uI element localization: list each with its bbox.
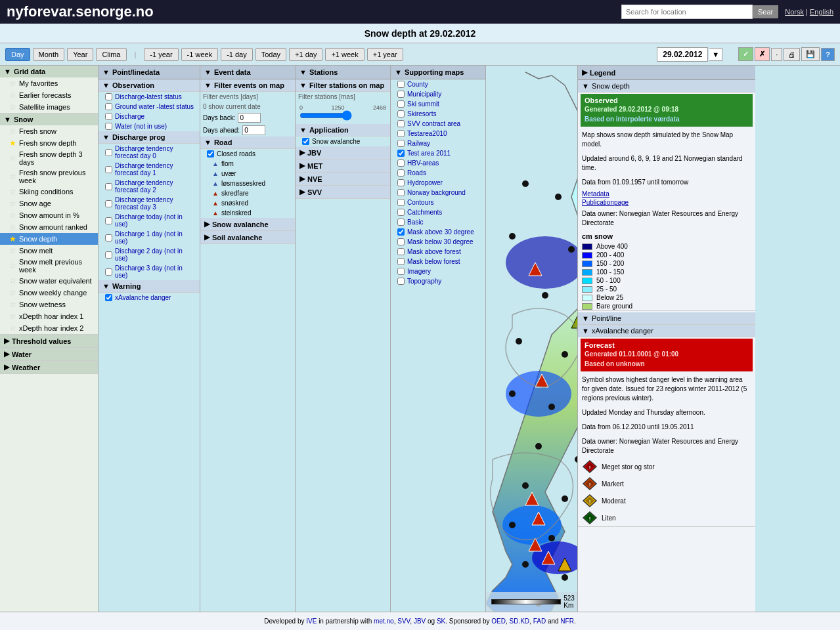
supporting-check-10[interactable] — [397, 179, 405, 186]
supporting-item-15[interactable]: Mask above 30 degree — [391, 227, 485, 237]
red-x-btn[interactable]: ✗ — [755, 47, 770, 61]
discharge-latest-item[interactable]: Discharge-latest status — [99, 92, 200, 102]
disc-tend-0-item[interactable]: Discharge tendency forecast day 0 — [99, 144, 200, 161]
discharge-item[interactable]: Discharge — [99, 112, 200, 121]
svv-footer-link[interactable]: SVV — [397, 618, 410, 625]
nfr-link[interactable]: NFR — [560, 618, 574, 625]
my-favorites-item[interactable]: ☆ My favorites — [0, 77, 98, 89]
filter-stations-subheader[interactable]: ▼ Filter stations on map — [296, 79, 390, 92]
snow-amount-ranked-item[interactable]: ☆ Snow amount ranked — [0, 221, 98, 233]
snow-depth-item[interactable]: ★ Snow depth — [0, 233, 98, 245]
fresh-snow-item[interactable]: ☆ Fresh snow — [0, 125, 98, 137]
minus-year-btn[interactable]: -1 year — [144, 48, 178, 61]
xdepth-hoar2-item[interactable]: ☆ xDepth hoar index 2 — [0, 322, 98, 334]
closed-roads-check[interactable] — [207, 150, 214, 158]
nve-subheader[interactable]: ▶ NVE — [296, 173, 390, 186]
help-btn[interactable]: ? — [821, 48, 835, 61]
disc-tend-1-item[interactable]: Discharge tendency forecast day 1 — [99, 161, 200, 178]
met-subheader[interactable]: ▶ MET — [296, 159, 390, 173]
supporting-item-14[interactable]: Basic — [391, 217, 485, 227]
water-header[interactable]: ▶ Water — [0, 348, 98, 360]
supporting-item-19[interactable]: Imagery — [391, 266, 485, 276]
disc2-check[interactable] — [105, 183, 112, 190]
supporting-check-4[interactable] — [397, 120, 405, 127]
supporting-check-15[interactable] — [397, 228, 405, 236]
snow-depth-legend-header[interactable]: ▼ Snow depth — [578, 80, 755, 93]
print-btn[interactable]: 🖨 — [784, 48, 800, 61]
supporting-item-0[interactable]: County — [391, 79, 485, 89]
fresh-snow-depth-item[interactable]: ★ Fresh snow depth — [0, 137, 98, 149]
soil-avalanche-subheader[interactable]: ▶ Soil avalanche — [200, 231, 295, 244]
minus-week-btn[interactable]: -1 week — [181, 48, 219, 61]
ive-link[interactable]: IVE — [306, 618, 317, 625]
earlier-forecasts-item[interactable]: ☆ Earlier forecasts — [0, 89, 98, 101]
closed-roads-item[interactable]: Closed roads — [200, 149, 295, 159]
jbv-footer-link[interactable]: JBV — [414, 618, 426, 625]
supporting-item-10[interactable]: Hydropower — [391, 178, 485, 188]
supporting-item-3[interactable]: Skiresorts — [391, 109, 485, 119]
fad-link[interactable]: FAD — [533, 618, 546, 625]
plus-day-btn[interactable]: +1 day — [289, 48, 322, 61]
supporting-item-9[interactable]: Roads — [391, 168, 485, 178]
disc-today-item[interactable]: Discharge today (not in use) — [99, 212, 200, 229]
weather-header[interactable]: ▶ Weather — [0, 361, 98, 373]
ground-water-check[interactable] — [105, 103, 112, 110]
supporting-item-17[interactable]: Mask above forest — [391, 247, 485, 257]
supporting-maps-header[interactable]: ▼ Supporting maps — [391, 66, 485, 79]
search-input[interactable] — [621, 5, 753, 19]
disc0-check[interactable] — [105, 149, 112, 156]
supporting-check-6[interactable] — [397, 140, 405, 147]
save-btn[interactable]: 💾 — [801, 47, 820, 61]
supporting-check-7[interactable] — [397, 150, 405, 157]
supporting-check-16[interactable] — [397, 238, 405, 245]
warning-subheader[interactable]: ▼ Warning — [99, 280, 200, 293]
supporting-check-12[interactable] — [397, 199, 405, 206]
road-subheader[interactable]: ▼ Road — [200, 136, 295, 149]
period-day-btn[interactable]: Day — [5, 48, 30, 61]
snow-age-item[interactable]: ☆ Snow age — [0, 198, 98, 209]
observation-subheader[interactable]: ▼ Observation — [99, 79, 200, 92]
supporting-check-17[interactable] — [397, 248, 405, 255]
snow-header[interactable]: ▼ Snow — [0, 114, 98, 125]
supporting-item-11[interactable]: Norway background — [391, 188, 485, 198]
disc-today-check[interactable] — [105, 217, 112, 224]
snow-wetness-item[interactable]: ☆ Snow wetness — [0, 299, 98, 310]
supporting-check-13[interactable] — [397, 209, 405, 216]
days-back-input[interactable] — [238, 113, 261, 123]
supporting-item-4[interactable]: SVV contract area — [391, 119, 485, 129]
legend-header[interactable]: ▶ Legend — [578, 66, 755, 80]
snow-avalanche-app-item[interactable]: Snow avalanche — [296, 136, 390, 146]
map-area[interactable]: 523 Km Change opacity: − + Change zoom −… — [486, 66, 577, 612]
supporting-check-14[interactable] — [397, 219, 405, 226]
sdkd-link[interactable]: SD.KD — [510, 618, 530, 625]
jbv-subheader[interactable]: ▶ JBV — [296, 146, 390, 159]
sk-link[interactable]: SK — [437, 618, 445, 625]
ground-water-item[interactable]: Ground water -latest status — [99, 102, 200, 112]
supporting-item-12[interactable]: Contours — [391, 198, 485, 207]
x-avalanche-legend-header[interactable]: ▼ xAvalanche danger — [578, 325, 755, 337]
metadata-link[interactable]: Metadata — [578, 190, 755, 198]
snow-melt-prev-item[interactable]: ☆ Snow melt previous week — [0, 257, 98, 275]
stations-slider[interactable] — [299, 111, 352, 120]
supporting-check-1[interactable] — [397, 91, 405, 98]
minus-day-btn[interactable]: -1 day — [221, 48, 253, 61]
disc-tend-3-item[interactable]: Discharge tendency forecast day 3 — [99, 195, 200, 212]
supporting-item-2[interactable]: Ski summit — [391, 99, 485, 109]
water-not-in-use-item[interactable]: Water (not in use) — [99, 121, 200, 131]
publication-link[interactable]: Publicationpage — [578, 198, 755, 207]
discharge-latest-check[interactable] — [105, 93, 112, 100]
disc-2day-item[interactable]: Discharge 2 day (not in use) — [99, 246, 200, 263]
supporting-check-18[interactable] — [397, 258, 405, 265]
norsk-link[interactable]: Norsk — [785, 8, 804, 16]
period-month-btn[interactable]: Month — [33, 48, 65, 61]
supporting-check-9[interactable] — [397, 169, 405, 177]
supporting-item-8[interactable]: HBV-areas — [391, 158, 485, 168]
supporting-item-1[interactable]: Municipality — [391, 89, 485, 99]
supporting-check-5[interactable] — [397, 130, 405, 137]
svv-subheader[interactable]: ▶ SVV — [296, 186, 390, 199]
application-subheader[interactable]: ▼ Application — [296, 124, 390, 136]
english-link[interactable]: English — [810, 8, 833, 16]
period-clima-btn[interactable]: Clima — [96, 48, 126, 61]
skiing-conditions-item[interactable]: ☆ Skiing conditions — [0, 186, 98, 198]
supporting-item-13[interactable]: Catchments — [391, 207, 485, 217]
